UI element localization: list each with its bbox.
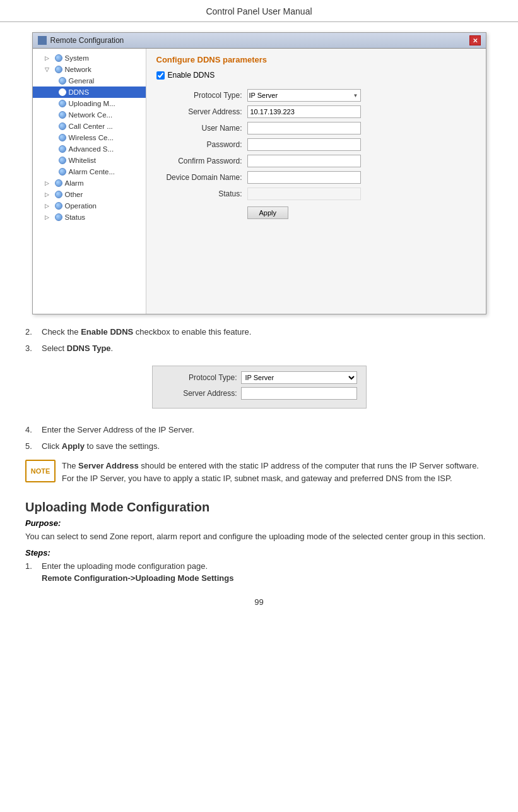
password-label: Password: (156, 136, 245, 153)
expand-icon: ▷ (43, 54, 52, 63)
tree-item-operation[interactable]: ▷ Operation (33, 200, 146, 212)
tree-item-system[interactable]: ▷ System (33, 52, 146, 64)
globe-icon-status (54, 213, 63, 222)
purpose-label: Purpose: (25, 518, 493, 528)
tree-item-networkce[interactable]: Network Ce... (33, 109, 146, 121)
tree-item-wirelessce[interactable]: Wireless Ce... (33, 132, 146, 143)
upload-step-1: 1. Enter the uploading mode configuratio… (25, 560, 493, 585)
tree-item-whitelist[interactable]: Whitelist (33, 155, 146, 166)
protocol-type-select[interactable]: IP Server NO-IP DynDNS (247, 89, 361, 102)
remote-config-window: Remote Configuration ✕ ▷ System ▽ Networ… (32, 32, 486, 314)
window-titlebar: Remote Configuration ✕ (33, 33, 486, 49)
tree-item-ddns[interactable]: DDNS (33, 87, 146, 98)
server-address-label: Server Address: (156, 104, 245, 120)
globe-icon-other (54, 190, 63, 199)
expand-icon-status: ▷ (43, 213, 52, 222)
tree-label-other: Other (65, 191, 83, 198)
globe-icon-networkce (58, 110, 67, 119)
globe-icon-uploading (58, 99, 67, 108)
step-2-text: Check the Enable DDNS checkbox to enable… (42, 326, 251, 338)
steps-section: 2. Check the Enable DDNS checkbox to ena… (25, 326, 493, 354)
tree-label-alarmcente: Alarm Cente... (69, 168, 115, 176)
tree-item-alarm[interactable]: ▷ Alarm (33, 177, 146, 189)
tree-label-operation: Operation (65, 202, 97, 210)
window-close-button[interactable]: ✕ (469, 35, 481, 45)
domain-name-row: Device Domain Name: (156, 169, 476, 186)
uploading-section-heading: Uploading Mode Configuration (25, 500, 493, 515)
mini-protocol-select[interactable]: IP Server (241, 371, 357, 384)
password-input[interactable] (247, 138, 361, 151)
globe-icon-network (54, 65, 63, 74)
enable-ddns-row: Enable DDNS (156, 71, 476, 80)
config-panel: Configure DDNS parameters Enable DDNS Pr… (146, 49, 486, 314)
globe-icon-alarm (54, 179, 63, 188)
tree-label-status: Status (65, 213, 86, 221)
upload-step-1-text: Enter the uploading mode configuration p… (42, 561, 208, 571)
tree-label-system: System (65, 54, 89, 62)
apply-button[interactable]: Apply (247, 206, 289, 219)
tree-label-networkce: Network Ce... (69, 111, 113, 119)
ddns-form: Protocol Type: IP Server NO-IP DynDNS (156, 87, 476, 221)
enable-ddns-checkbox[interactable] (156, 71, 165, 80)
step-5-num: 5. (25, 440, 38, 453)
step-2: 2. Check the Enable DDNS checkbox to ena… (25, 326, 493, 338)
uploading-section: Uploading Mode Configuration Purpose: Yo… (25, 500, 493, 585)
username-input[interactable] (247, 122, 361, 134)
mini-address-row: Server Address: (162, 387, 357, 400)
enable-ddns-label: Enable DDNS (168, 71, 215, 80)
purpose-text: You can select to send Zone report, alar… (25, 530, 493, 543)
tree-label-advanceds: Advanced S... (69, 145, 114, 153)
tree-item-callcenter[interactable]: Call Center ... (33, 121, 146, 132)
steps-label: Steps: (25, 548, 493, 558)
upload-step-1-num: 1. (25, 560, 38, 585)
domain-name-input[interactable] (247, 171, 361, 184)
window-title-label: Remote Configuration (50, 36, 124, 45)
confirm-password-cell (245, 153, 476, 169)
server-address-input[interactable] (247, 105, 361, 118)
step-4-text: Enter the Server Address of the IP Serve… (42, 424, 194, 436)
tree-item-network[interactable]: ▽ Network (33, 64, 146, 75)
steps-4-5-section: 4. Enter the Server Address of the IP Se… (25, 424, 493, 452)
password-row: Password: (156, 136, 476, 153)
note-icon: NOTE (25, 460, 56, 482)
tree-item-alarmcente[interactable]: Alarm Cente... (33, 166, 146, 177)
mini-protocol-label: Protocol Type: (162, 373, 237, 382)
tree-item-status[interactable]: ▷ Status (33, 212, 146, 223)
apply-row: Apply (156, 202, 476, 221)
tree-item-advanceds[interactable]: Advanced S... (33, 143, 146, 155)
status-label: Status: (156, 186, 245, 202)
globe-icon-advanceds (58, 145, 67, 153)
globe-icon-general (58, 76, 67, 85)
confirm-password-label: Confirm Password: (156, 153, 245, 169)
page-number: 99 (25, 597, 493, 607)
tree-item-general[interactable]: General (33, 75, 146, 87)
window-icon (38, 36, 47, 45)
step-3-text: Select DDNS Type. (42, 342, 113, 355)
expand-icon-other: ▷ (43, 190, 52, 199)
password-cell (245, 136, 476, 153)
step-4-num: 4. (25, 424, 38, 436)
tree-item-other[interactable]: ▷ Other (33, 189, 146, 200)
step-5: 5. Click Apply to save the settings. (25, 440, 493, 453)
window-body: ▷ System ▽ Network General (33, 49, 486, 314)
upload-step-1-sub: Remote Configuration->Uploading Mode Set… (42, 573, 233, 583)
mini-address-input[interactable] (241, 387, 357, 400)
status-row: Status: (156, 186, 476, 202)
page-title: Control Panel User Manual (206, 6, 312, 16)
tree-label-uploading: Uploading M... (69, 100, 115, 107)
confirm-password-row: Confirm Password: (156, 153, 476, 169)
tree-panel: ▷ System ▽ Network General (33, 49, 146, 314)
tree-label-alarm: Alarm (65, 179, 84, 187)
config-panel-title: Configure DDNS parameters (156, 55, 476, 64)
protocol-type-label: Protocol Type: (156, 87, 245, 104)
globe-icon-operation (54, 201, 63, 210)
tree-item-uploading[interactable]: Uploading M... (33, 98, 146, 109)
confirm-password-input[interactable] (247, 155, 361, 167)
server-address-row: Server Address: (156, 104, 476, 120)
username-cell (245, 120, 476, 136)
status-cell (245, 186, 476, 202)
note-text: The Server Address should be entered wit… (62, 460, 493, 485)
step-2-num: 2. (25, 326, 38, 338)
expand-icon-alarm: ▷ (43, 179, 52, 188)
globe-icon-system (54, 54, 63, 63)
